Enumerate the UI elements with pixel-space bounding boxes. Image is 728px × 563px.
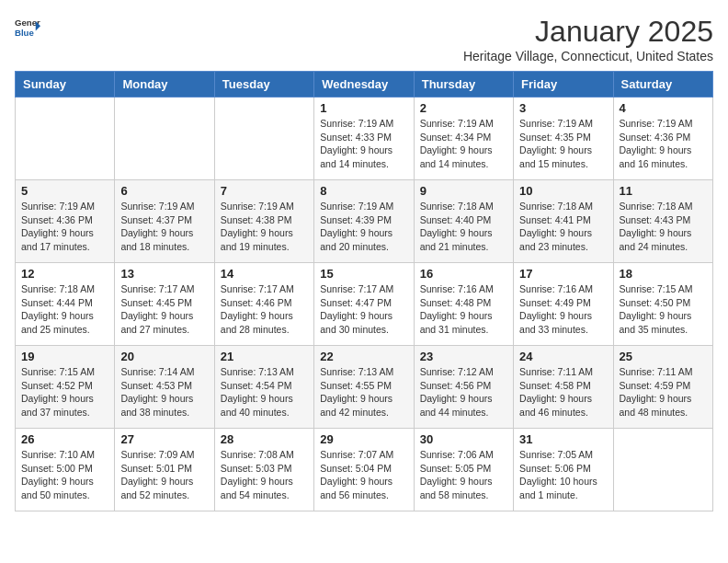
day-number: 18: [620, 267, 707, 281]
day-info: Sunrise: 7:17 AM Sunset: 4:45 PM Dayligh…: [120, 282, 208, 337]
weekday-header-wednesday: Wednesday: [314, 72, 414, 98]
day-info: Sunrise: 7:18 AM Sunset: 4:43 PM Dayligh…: [620, 200, 707, 254]
calendar-cell: [115, 98, 214, 180]
day-number: 2: [420, 101, 507, 115]
calendar-cell: 7Sunrise: 7:19 AM Sunset: 4:38 PM Daylig…: [214, 180, 313, 263]
day-info: Sunrise: 7:16 AM Sunset: 4:48 PM Dayligh…: [420, 282, 507, 337]
day-info: Sunrise: 7:05 AM Sunset: 5:06 PM Dayligh…: [519, 448, 607, 502]
day-number: 29: [320, 432, 407, 446]
calendar-cell: 31Sunrise: 7:05 AM Sunset: 5:06 PM Dayli…: [514, 429, 613, 511]
calendar-cell: 19Sunrise: 7:15 AM Sunset: 4:52 PM Dayli…: [16, 346, 115, 429]
day-info: Sunrise: 7:08 AM Sunset: 5:03 PM Dayligh…: [221, 448, 308, 502]
day-number: 26: [21, 432, 108, 446]
day-number: 24: [519, 350, 607, 363]
day-number: 14: [221, 267, 308, 281]
day-number: 22: [320, 350, 407, 363]
calendar-cell: 26Sunrise: 7:10 AM Sunset: 5:00 PM Dayli…: [16, 429, 115, 511]
weekday-header-saturday: Saturday: [613, 72, 712, 98]
calendar-cell: 1Sunrise: 7:19 AM Sunset: 4:33 PM Daylig…: [314, 98, 414, 180]
week-row-4: 19Sunrise: 7:15 AM Sunset: 4:52 PM Dayli…: [16, 346, 713, 429]
day-info: Sunrise: 7:18 AM Sunset: 4:40 PM Dayligh…: [420, 200, 507, 254]
day-number: 15: [320, 267, 407, 281]
calendar-cell: 2Sunrise: 7:19 AM Sunset: 4:34 PM Daylig…: [414, 98, 513, 180]
day-number: 31: [519, 432, 607, 446]
day-number: 13: [120, 267, 208, 281]
calendar-cell: 8Sunrise: 7:19 AM Sunset: 4:39 PM Daylig…: [314, 180, 414, 263]
calendar-cell: 14Sunrise: 7:17 AM Sunset: 4:46 PM Dayli…: [214, 263, 313, 346]
week-row-5: 26Sunrise: 7:10 AM Sunset: 5:00 PM Dayli…: [16, 429, 713, 511]
day-number: 20: [120, 350, 208, 363]
logo: General Blue: [15, 15, 40, 40]
calendar-cell: 16Sunrise: 7:16 AM Sunset: 4:48 PM Dayli…: [414, 263, 513, 346]
calendar-cell: 9Sunrise: 7:18 AM Sunset: 4:40 PM Daylig…: [414, 180, 513, 263]
calendar-cell: 27Sunrise: 7:09 AM Sunset: 5:01 PM Dayli…: [115, 429, 214, 511]
calendar-cell: 20Sunrise: 7:14 AM Sunset: 4:53 PM Dayli…: [115, 346, 214, 429]
day-info: Sunrise: 7:19 AM Sunset: 4:38 PM Dayligh…: [221, 200, 308, 254]
weekday-header-friday: Friday: [514, 72, 613, 98]
day-number: 7: [221, 184, 308, 198]
day-info: Sunrise: 7:13 AM Sunset: 4:54 PM Dayligh…: [221, 365, 308, 419]
calendar-cell: 21Sunrise: 7:13 AM Sunset: 4:54 PM Dayli…: [214, 346, 313, 429]
calendar-cell: 13Sunrise: 7:17 AM Sunset: 4:45 PM Dayli…: [115, 263, 214, 346]
day-number: 19: [21, 350, 108, 363]
day-number: 3: [519, 101, 607, 115]
calendar-cell: [16, 98, 115, 180]
day-info: Sunrise: 7:11 AM Sunset: 4:59 PM Dayligh…: [620, 365, 707, 419]
day-number: 5: [21, 184, 108, 198]
day-info: Sunrise: 7:16 AM Sunset: 4:49 PM Dayligh…: [519, 282, 607, 337]
calendar-cell: 5Sunrise: 7:19 AM Sunset: 4:36 PM Daylig…: [16, 180, 115, 263]
calendar-cell: 28Sunrise: 7:08 AM Sunset: 5:03 PM Dayli…: [214, 429, 313, 511]
calendar-cell: 12Sunrise: 7:18 AM Sunset: 4:44 PM Dayli…: [16, 263, 115, 346]
day-info: Sunrise: 7:19 AM Sunset: 4:37 PM Dayligh…: [120, 200, 208, 254]
day-number: 9: [420, 184, 507, 198]
calendar-cell: 6Sunrise: 7:19 AM Sunset: 4:37 PM Daylig…: [115, 180, 214, 263]
calendar-cell: [214, 98, 313, 180]
location-subtitle: Heritage Village, Connecticut, United St…: [463, 49, 713, 63]
calendar-cell: 22Sunrise: 7:13 AM Sunset: 4:55 PM Dayli…: [314, 346, 414, 429]
weekday-header-tuesday: Tuesday: [214, 72, 313, 98]
title-block: January 2025 Heritage Village, Connectic…: [463, 15, 713, 63]
day-info: Sunrise: 7:06 AM Sunset: 5:05 PM Dayligh…: [420, 448, 507, 502]
calendar-cell: 3Sunrise: 7:19 AM Sunset: 4:35 PM Daylig…: [514, 98, 613, 180]
day-number: 12: [21, 267, 108, 281]
day-info: Sunrise: 7:19 AM Sunset: 4:39 PM Dayligh…: [320, 200, 407, 254]
calendar-cell: 17Sunrise: 7:16 AM Sunset: 4:49 PM Dayli…: [514, 263, 613, 346]
day-number: 8: [320, 184, 407, 198]
day-info: Sunrise: 7:17 AM Sunset: 4:46 PM Dayligh…: [221, 282, 308, 337]
day-info: Sunrise: 7:19 AM Sunset: 4:33 PM Dayligh…: [320, 117, 407, 171]
calendar-cell: 23Sunrise: 7:12 AM Sunset: 4:56 PM Dayli…: [414, 346, 513, 429]
day-info: Sunrise: 7:19 AM Sunset: 4:36 PM Dayligh…: [21, 200, 108, 254]
day-info: Sunrise: 7:18 AM Sunset: 4:41 PM Dayligh…: [519, 200, 607, 254]
week-row-2: 5Sunrise: 7:19 AM Sunset: 4:36 PM Daylig…: [16, 180, 713, 263]
calendar-cell: [613, 429, 712, 511]
calendar-cell: 11Sunrise: 7:18 AM Sunset: 4:43 PM Dayli…: [613, 180, 712, 263]
week-row-1: 1Sunrise: 7:19 AM Sunset: 4:33 PM Daylig…: [16, 98, 713, 180]
calendar-cell: 24Sunrise: 7:11 AM Sunset: 4:58 PM Dayli…: [514, 346, 613, 429]
calendar-cell: 30Sunrise: 7:06 AM Sunset: 5:05 PM Dayli…: [414, 429, 513, 511]
day-info: Sunrise: 7:14 AM Sunset: 4:53 PM Dayligh…: [120, 365, 208, 419]
day-info: Sunrise: 7:11 AM Sunset: 4:58 PM Dayligh…: [519, 365, 607, 419]
weekday-header-monday: Monday: [115, 72, 214, 98]
day-number: 6: [120, 184, 208, 198]
day-info: Sunrise: 7:17 AM Sunset: 4:47 PM Dayligh…: [320, 282, 407, 337]
day-info: Sunrise: 7:19 AM Sunset: 4:35 PM Dayligh…: [519, 117, 607, 171]
day-info: Sunrise: 7:13 AM Sunset: 4:55 PM Dayligh…: [320, 365, 407, 419]
day-number: 11: [620, 184, 707, 198]
logo-icon: General Blue: [15, 15, 40, 40]
day-number: 1: [320, 101, 407, 115]
day-info: Sunrise: 7:15 AM Sunset: 4:50 PM Dayligh…: [620, 282, 707, 337]
month-title: January 2025: [463, 15, 713, 49]
weekday-header-row: SundayMondayTuesdayWednesdayThursdayFrid…: [16, 72, 713, 98]
day-number: 17: [519, 267, 607, 281]
day-number: 27: [120, 432, 208, 446]
calendar-cell: 29Sunrise: 7:07 AM Sunset: 5:04 PM Dayli…: [314, 429, 414, 511]
day-number: 4: [620, 101, 707, 115]
svg-text:Blue: Blue: [15, 28, 34, 38]
day-number: 16: [420, 267, 507, 281]
day-info: Sunrise: 7:10 AM Sunset: 5:00 PM Dayligh…: [21, 448, 108, 502]
day-number: 28: [221, 432, 308, 446]
calendar-table: SundayMondayTuesdayWednesdayThursdayFrid…: [15, 71, 713, 511]
calendar-cell: 4Sunrise: 7:19 AM Sunset: 4:36 PM Daylig…: [613, 98, 712, 180]
day-info: Sunrise: 7:12 AM Sunset: 4:56 PM Dayligh…: [420, 365, 507, 419]
weekday-header-thursday: Thursday: [414, 72, 513, 98]
